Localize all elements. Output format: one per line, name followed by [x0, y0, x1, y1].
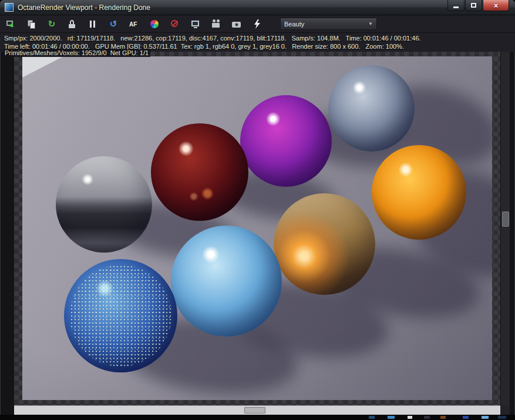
window-title: OctaneRender Viewport - Rendering Done — [18, 4, 150, 12]
sphere-light-blue — [171, 226, 282, 337]
pause-icon[interactable] — [87, 18, 99, 31]
viewport — [14, 52, 500, 405]
vertical-scrollbar-thumb[interactable] — [502, 211, 509, 227]
maximize-icon — [471, 3, 476, 8]
sphere-bronze — [274, 193, 375, 295]
render-pass-value: Beauty — [284, 21, 304, 28]
close-button[interactable]: × — [483, 0, 509, 11]
taskbar-fragment — [388, 416, 395, 419]
recenter-view-icon[interactable] — [5, 18, 16, 31]
scrollbar-corner — [500, 405, 510, 415]
minimize-button[interactable] — [447, 0, 464, 11]
sphere-orange — [372, 145, 466, 240]
window-controls: × — [447, 0, 509, 11]
lightning-icon[interactable] — [251, 18, 263, 31]
chevron-down-icon: ▼ — [368, 21, 373, 26]
refresh-icon[interactable]: ↺ — [107, 18, 119, 31]
maximize-button[interactable] — [465, 0, 482, 11]
picking-disabled-icon[interactable] — [169, 18, 181, 31]
taskbar-fragment — [498, 416, 506, 419]
octane-viewport-window: OctaneRender Viewport - Rendering Done ×… — [0, 0, 515, 420]
close-icon: × — [494, 1, 499, 11]
taskbar-fragment — [369, 416, 375, 419]
horizontal-scrollbar-thumb[interactable] — [244, 407, 265, 414]
restart-render-icon[interactable]: ↻ — [46, 18, 58, 31]
sphere-purple — [240, 95, 332, 187]
taskbar-fragment — [424, 416, 430, 419]
sphere-chrome — [56, 156, 152, 253]
sphere-dark-red — [151, 123, 248, 221]
minimize-icon — [453, 6, 459, 8]
glitter-speckles — [70, 265, 172, 367]
taskbar-fragment — [408, 416, 412, 419]
sphere-steel-blue — [328, 65, 415, 152]
titlebar[interactable]: OctaneRender Viewport - Rendering Done × — [0, 0, 515, 15]
status-line-3: Primitives/Meshes/Voxels: 1952/9/0 Net G… — [3, 49, 150, 57]
lock-icon[interactable] — [66, 18, 78, 31]
vertical-scrollbar[interactable] — [500, 52, 510, 405]
horizontal-scrollbar[interactable] — [14, 405, 500, 415]
status-line-1: Smp/px: 2000/2000. rd: 17119/17118. new:… — [4, 34, 515, 42]
color-picker-icon[interactable] — [149, 18, 160, 31]
render-image[interactable] — [22, 56, 492, 400]
app-icon[interactable] — [5, 3, 14, 12]
copy-image-icon[interactable] — [25, 18, 37, 31]
render-pass-dropdown[interactable]: Beauty ▼ — [280, 18, 377, 30]
toolbar: ↻ ↺ AF Beauty ▼ — [0, 15, 515, 33]
taskbar-fragment — [440, 416, 446, 419]
taskbar-fragment — [482, 416, 489, 419]
taskbar-strip — [0, 415, 515, 420]
backdrop-wedge — [22, 56, 63, 78]
film-settings-icon[interactable] — [210, 18, 222, 31]
camera-settings-icon[interactable] — [231, 18, 243, 31]
display-settings-icon[interactable] — [190, 18, 201, 31]
taskbar-fragment — [463, 416, 469, 419]
sphere-blue-glitter — [64, 259, 177, 372]
autofocus-icon[interactable]: AF — [128, 18, 140, 31]
